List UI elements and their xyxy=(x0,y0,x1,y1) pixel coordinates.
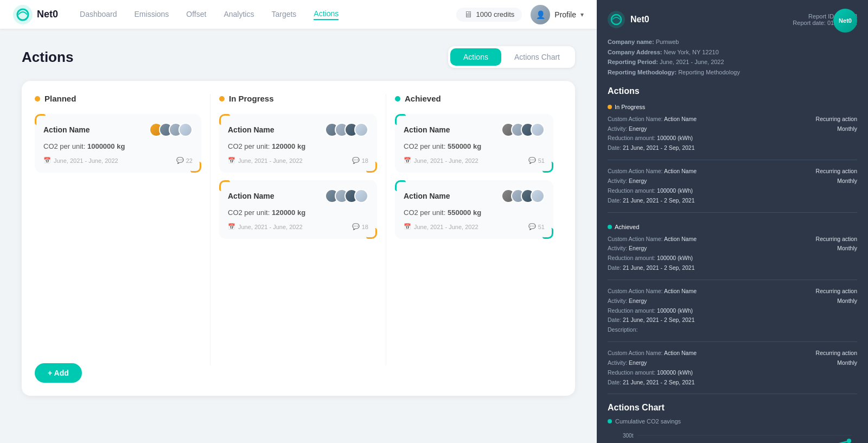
kanban-col-planned: Planned Action Name xyxy=(35,94,210,365)
card-title: Action Name xyxy=(228,125,275,134)
right-panel: Net0 Report ID: 232343 Report date: 01.0… xyxy=(597,0,868,443)
frequency: Monthly xyxy=(837,358,857,368)
achieved-badge-dot xyxy=(608,225,612,229)
navbar: Net0 Dashboard Emissions Offset Analytic… xyxy=(0,0,597,29)
action-item-row: Custom Action Name: Action Name Recurrin… xyxy=(608,287,857,296)
card-avatars xyxy=(325,189,368,203)
reporting-methodology-label: Reporting Methodology: xyxy=(608,69,676,75)
credits-icon: 🖥 xyxy=(464,10,473,20)
reduction-amount: Reduction amount: 100000 (kWh) xyxy=(608,186,857,196)
company-address-val: New York, NY 12210 xyxy=(664,49,719,55)
recurring-action: Recurring action xyxy=(816,115,857,124)
card-header: Action Name xyxy=(404,189,545,203)
card-corner-top-left xyxy=(35,114,46,125)
action-card[interactable]: Action Name CO2 per unit: 120000 kg xyxy=(219,114,377,173)
card-footer: 📅 June, 2021 - June, 2022 💬 51 xyxy=(404,157,545,164)
custom-action-name: Custom Action Name: Action Name xyxy=(608,349,697,358)
planned-dot xyxy=(35,96,40,102)
profile-name: Profile xyxy=(554,10,576,19)
svg-point-2 xyxy=(608,11,625,28)
card-avatars xyxy=(149,123,193,137)
reduction-amount: Reduction amount: 100000 (kWh) xyxy=(608,134,857,143)
report-avatar: Net0 xyxy=(833,9,857,33)
action-item-row: Activity: Energy Monthly xyxy=(608,176,857,186)
reduction-amount: Reduction amount: 100000 (kWh) xyxy=(608,306,857,316)
card-corner-bottom-right xyxy=(366,228,377,239)
action-card[interactable]: Action Name CO2 per unit: 1000000 kg xyxy=(35,114,201,173)
inprogress-status-badge: In Progress xyxy=(608,104,645,110)
report-action-item: Custom Action Name: Action Name Recurrin… xyxy=(608,115,857,160)
profile-area[interactable]: 👤 Profile ▾ xyxy=(531,5,584,24)
svg-marker-14 xyxy=(637,441,849,443)
action-card[interactable]: Action Name CO2 per unit: 550000 kg xyxy=(395,114,553,173)
card-co2: CO2 per unit: 120000 kg xyxy=(228,208,368,217)
nav-logo[interactable]: Net0 xyxy=(13,5,58,24)
actions-view-button[interactable]: Actions xyxy=(450,48,501,66)
card-date: 📅 June, 2021 - June, 2022 xyxy=(404,157,478,164)
card-footer: 📅 June, 2021 - June, 2022 💬 18 xyxy=(228,157,368,164)
card-corner-bottom-right xyxy=(190,162,201,173)
calendar-icon: 📅 xyxy=(404,157,411,164)
kanban-col-inprogress: In Progress Action Name xyxy=(210,94,386,365)
comment-icon: 💬 xyxy=(528,157,536,164)
activity: Activity: Energy xyxy=(608,244,647,254)
card-footer: 📅 June, 2021 - June, 2022 💬 51 xyxy=(404,223,545,230)
achieved-dot xyxy=(395,96,400,102)
activity: Activity: Energy xyxy=(608,358,647,368)
action-card[interactable]: Action Name CO2 per unit: 120000 kg xyxy=(219,180,377,239)
col-header-planned: Planned xyxy=(35,94,201,103)
chart-area: 300t 200t 150t 100t 50t xyxy=(608,430,857,443)
chart-section-title: Actions Chart xyxy=(608,403,857,413)
actions-chart-button[interactable]: Actions Chart xyxy=(501,48,573,66)
credits-badge: 🖥 1000 credits xyxy=(456,8,522,22)
nav-emissions[interactable]: Emissions xyxy=(135,10,169,20)
report-action-item: Custom Action Name: Action Name Recurrin… xyxy=(608,235,857,280)
avatar: 👤 xyxy=(531,5,550,24)
calendar-icon: 📅 xyxy=(228,157,235,164)
col-header-inprogress: In Progress xyxy=(219,94,377,103)
card-date: 📅 June, 2021 - June, 2022 xyxy=(43,157,118,164)
reporting-period-val: June, 2021 - June, 2022 xyxy=(660,59,724,65)
card-title: Action Name xyxy=(404,192,450,200)
action-card[interactable]: Action Name CO2 per unit: 550000 kg xyxy=(395,180,553,239)
inprogress-dot xyxy=(219,96,225,102)
nav-offset[interactable]: Offset xyxy=(186,10,206,20)
report-action-item: Custom Action Name: Action Name Recurrin… xyxy=(608,349,857,394)
card-avatars xyxy=(501,189,545,203)
actions-section-title: Actions xyxy=(608,86,857,96)
main-content: Actions Actions Actions Chart Planned xyxy=(0,29,597,443)
action-item-row: Custom Action Name: Action Name Recurrin… xyxy=(608,235,857,244)
add-action-button[interactable]: + Add xyxy=(35,363,82,383)
nav-logo-text: Net0 xyxy=(37,9,58,20)
page-title: Actions xyxy=(22,49,73,66)
nav-analytics[interactable]: Analytics xyxy=(224,10,254,20)
nav-actions[interactable]: Actions xyxy=(314,9,339,20)
card-corner-bottom-right xyxy=(542,162,553,173)
chevron-down-icon: ▾ xyxy=(580,11,584,18)
card-date: 📅 June, 2021 - June, 2022 xyxy=(228,157,303,164)
card-co2: CO2 per unit: 550000 kg xyxy=(404,142,545,150)
company-address-label: Company Address: xyxy=(608,49,662,55)
nav-right: 🖥 1000 credits 👤 Profile ▾ xyxy=(456,5,584,24)
inprogress-label: In Progress xyxy=(229,94,274,103)
chart-svg: 300t 200t 150t 100t 50t xyxy=(608,430,857,443)
report-logo-icon xyxy=(608,11,625,28)
nav-dashboard[interactable]: Dashboard xyxy=(80,10,117,20)
company-name-val: Pumweb xyxy=(656,39,679,45)
reporting-period-label: Reporting Period: xyxy=(608,59,658,65)
nav-targets[interactable]: Targets xyxy=(271,10,296,20)
card-title: Action Name xyxy=(228,192,275,200)
card-co2: CO2 per unit: 1000000 kg xyxy=(43,142,193,150)
report-company-info: Company name: Pumweb Company Address: Ne… xyxy=(608,37,857,78)
card-avatar xyxy=(178,123,193,137)
card-header: Action Name xyxy=(228,123,368,137)
card-avatar xyxy=(531,189,545,203)
action-item-row: Custom Action Name: Action Name Recurrin… xyxy=(608,115,857,124)
action-item-row: Custom Action Name: Action Name Recurrin… xyxy=(608,167,857,176)
card-co2: CO2 per unit: 550000 kg xyxy=(404,208,545,217)
card-corner-bottom-right xyxy=(366,162,377,173)
comment-icon: 💬 xyxy=(528,223,536,230)
chart-section: Actions Chart Cumulative CO2 savings 300… xyxy=(608,403,857,443)
reporting-methodology-val: Reporting Methodology xyxy=(678,69,740,75)
action-item-row: Activity: Energy Monthly xyxy=(608,244,857,254)
